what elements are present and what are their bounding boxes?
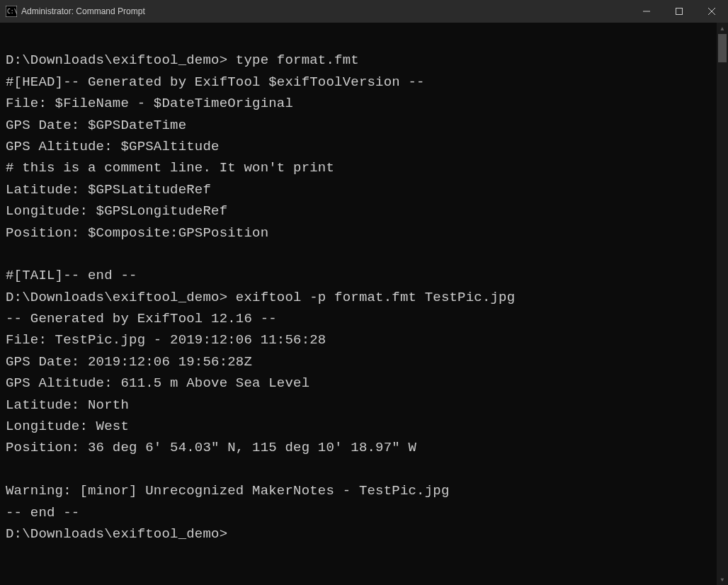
titlebar[interactable]: C:\ Administrator: Command Prompt xyxy=(0,0,728,23)
window-controls xyxy=(630,0,728,23)
minimize-button[interactable] xyxy=(630,0,663,23)
svg-text:C:\: C:\ xyxy=(7,8,17,15)
terminal-content[interactable]: D:\Downloads\exiftool_demo> type format.… xyxy=(0,23,717,585)
maximize-button[interactable] xyxy=(663,0,695,23)
terminal-area: D:\Downloads\exiftool_demo> type format.… xyxy=(0,23,728,585)
scrollbar-vertical[interactable]: ▲ ▼ xyxy=(717,23,728,585)
svg-rect-3 xyxy=(676,8,683,15)
scroll-up-arrow-icon[interactable]: ▲ xyxy=(717,23,728,34)
close-button[interactable] xyxy=(695,0,728,23)
scrollbar-thumb[interactable] xyxy=(718,34,727,62)
scroll-down-arrow-icon[interactable]: ▼ xyxy=(717,574,728,585)
app-icon: C:\ xyxy=(6,6,17,17)
window-title: Administrator: Command Prompt xyxy=(21,6,145,16)
